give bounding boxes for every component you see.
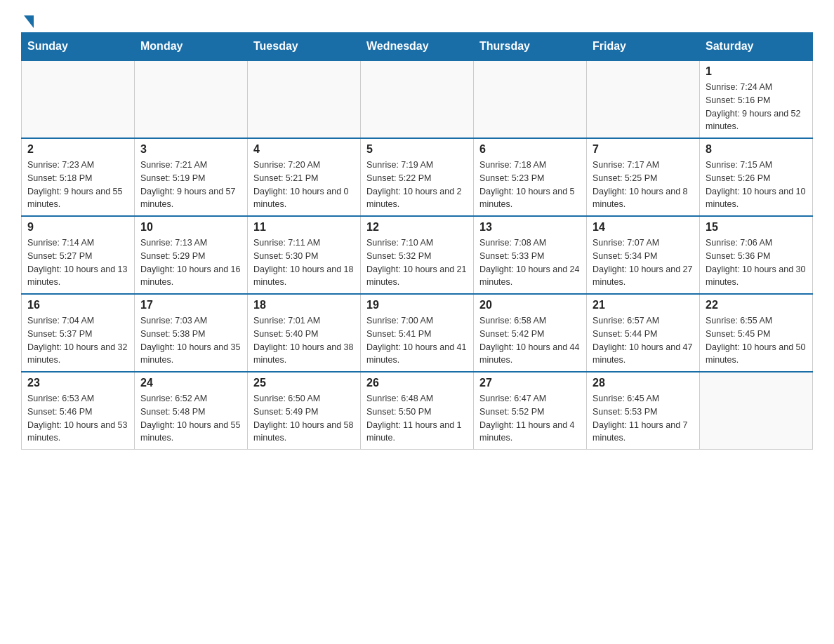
day-info: Sunrise: 7:23 AMSunset: 5:18 PMDaylight:… [27, 159, 128, 211]
calendar-cell: 23Sunrise: 6:53 AMSunset: 5:46 PMDayligh… [22, 372, 135, 450]
day-info: Sunrise: 7:20 AMSunset: 5:21 PMDaylight:… [253, 159, 355, 211]
calendar-cell: 12Sunrise: 7:10 AMSunset: 5:32 PMDayligh… [361, 216, 474, 294]
day-number: 9 [27, 221, 128, 234]
day-number: 17 [140, 299, 241, 311]
calendar-cell: 22Sunrise: 6:55 AMSunset: 5:45 PMDayligh… [700, 294, 813, 372]
day-info: Sunrise: 7:10 AMSunset: 5:32 PMDaylight:… [366, 236, 468, 289]
calendar-cell: 4Sunrise: 7:20 AMSunset: 5:21 PMDaylight… [248, 138, 361, 216]
calendar-header-saturday: Saturday [700, 33, 813, 61]
calendar-cell: 2Sunrise: 7:23 AMSunset: 5:18 PMDaylight… [22, 138, 135, 216]
calendar-cell: 20Sunrise: 6:58 AMSunset: 5:42 PMDayligh… [474, 294, 587, 372]
day-number: 26 [366, 377, 468, 389]
calendar-cell: 25Sunrise: 6:50 AMSunset: 5:49 PMDayligh… [248, 372, 361, 450]
day-info: Sunrise: 6:50 AMSunset: 5:49 PMDaylight:… [253, 392, 355, 445]
day-info: Sunrise: 7:13 AMSunset: 5:29 PMDaylight:… [140, 236, 241, 289]
day-number: 7 [593, 143, 694, 156]
page-header [21, 14, 813, 25]
day-info: Sunrise: 6:48 AMSunset: 5:50 PMDaylight:… [366, 392, 468, 445]
calendar-cell: 15Sunrise: 7:06 AMSunset: 5:36 PMDayligh… [700, 216, 813, 294]
day-number: 18 [253, 299, 355, 311]
day-number: 28 [593, 377, 694, 389]
day-info: Sunrise: 6:53 AMSunset: 5:46 PMDaylight:… [27, 392, 128, 445]
day-info: Sunrise: 7:00 AMSunset: 5:41 PMDaylight:… [366, 314, 468, 367]
calendar-header-thursday: Thursday [474, 33, 587, 61]
calendar-cell: 27Sunrise: 6:47 AMSunset: 5:52 PMDayligh… [474, 372, 587, 450]
calendar-table: SundayMondayTuesdayWednesdayThursdayFrid… [21, 32, 813, 450]
day-info: Sunrise: 7:19 AMSunset: 5:22 PMDaylight:… [366, 159, 468, 211]
calendar-cell: 6Sunrise: 7:18 AMSunset: 5:23 PMDaylight… [474, 138, 587, 216]
day-info: Sunrise: 7:06 AMSunset: 5:36 PMDaylight:… [706, 236, 807, 289]
calendar-cell: 3Sunrise: 7:21 AMSunset: 5:19 PMDaylight… [135, 138, 248, 216]
calendar-cell: 10Sunrise: 7:13 AMSunset: 5:29 PMDayligh… [135, 216, 248, 294]
day-number: 10 [140, 221, 241, 234]
day-info: Sunrise: 7:24 AMSunset: 5:16 PMDaylight:… [706, 81, 807, 133]
calendar-week-row: 9Sunrise: 7:14 AMSunset: 5:27 PMDaylight… [22, 216, 813, 294]
calendar-header-monday: Monday [135, 33, 248, 61]
day-number: 12 [366, 221, 468, 234]
logo [21, 14, 34, 25]
day-info: Sunrise: 7:14 AMSunset: 5:27 PMDaylight:… [27, 236, 128, 289]
day-info: Sunrise: 7:01 AMSunset: 5:40 PMDaylight:… [253, 314, 355, 367]
day-number: 21 [593, 299, 694, 311]
calendar-cell: 28Sunrise: 6:45 AMSunset: 5:53 PMDayligh… [587, 372, 700, 450]
day-info: Sunrise: 6:47 AMSunset: 5:52 PMDaylight:… [479, 392, 581, 445]
day-number: 11 [253, 221, 355, 234]
day-info: Sunrise: 6:52 AMSunset: 5:48 PMDaylight:… [140, 392, 241, 445]
calendar-week-row: 1Sunrise: 7:24 AMSunset: 5:16 PMDaylight… [22, 60, 813, 138]
day-number: 23 [27, 377, 128, 389]
day-number: 20 [479, 299, 581, 311]
calendar-cell [135, 60, 248, 138]
calendar-cell: 14Sunrise: 7:07 AMSunset: 5:34 PMDayligh… [587, 216, 700, 294]
calendar-cell [248, 60, 361, 138]
calendar-cell: 16Sunrise: 7:04 AMSunset: 5:37 PMDayligh… [22, 294, 135, 372]
day-info: Sunrise: 7:03 AMSunset: 5:38 PMDaylight:… [140, 314, 241, 367]
day-number: 24 [140, 377, 241, 389]
calendar-cell: 26Sunrise: 6:48 AMSunset: 5:50 PMDayligh… [361, 372, 474, 450]
day-number: 15 [706, 221, 807, 234]
day-info: Sunrise: 7:21 AMSunset: 5:19 PMDaylight:… [140, 159, 241, 211]
day-info: Sunrise: 7:11 AMSunset: 5:30 PMDaylight:… [253, 236, 355, 289]
day-number: 22 [706, 299, 807, 311]
day-number: 8 [706, 143, 807, 156]
calendar-cell: 1Sunrise: 7:24 AMSunset: 5:16 PMDaylight… [700, 60, 813, 138]
calendar-cell [474, 60, 587, 138]
calendar-cell: 24Sunrise: 6:52 AMSunset: 5:48 PMDayligh… [135, 372, 248, 450]
day-number: 4 [253, 143, 355, 156]
logo-triangle-icon [24, 15, 34, 28]
calendar-cell [361, 60, 474, 138]
day-number: 3 [140, 143, 241, 156]
day-info: Sunrise: 7:07 AMSunset: 5:34 PMDaylight:… [593, 236, 694, 289]
day-info: Sunrise: 6:45 AMSunset: 5:53 PMDaylight:… [593, 392, 694, 445]
day-number: 5 [366, 143, 468, 156]
day-number: 6 [479, 143, 581, 156]
calendar-header-sunday: Sunday [22, 33, 135, 61]
calendar-week-row: 2Sunrise: 7:23 AMSunset: 5:18 PMDaylight… [22, 138, 813, 216]
day-info: Sunrise: 7:08 AMSunset: 5:33 PMDaylight:… [479, 236, 581, 289]
calendar-cell: 7Sunrise: 7:17 AMSunset: 5:25 PMDaylight… [587, 138, 700, 216]
day-info: Sunrise: 6:55 AMSunset: 5:45 PMDaylight:… [706, 314, 807, 367]
calendar-header-tuesday: Tuesday [248, 33, 361, 61]
calendar-week-row: 23Sunrise: 6:53 AMSunset: 5:46 PMDayligh… [22, 372, 813, 450]
calendar-cell [587, 60, 700, 138]
day-info: Sunrise: 7:18 AMSunset: 5:23 PMDaylight:… [479, 159, 581, 211]
day-info: Sunrise: 7:04 AMSunset: 5:37 PMDaylight:… [27, 314, 128, 367]
calendar-cell: 13Sunrise: 7:08 AMSunset: 5:33 PMDayligh… [474, 216, 587, 294]
calendar-cell: 11Sunrise: 7:11 AMSunset: 5:30 PMDayligh… [248, 216, 361, 294]
calendar-cell: 5Sunrise: 7:19 AMSunset: 5:22 PMDaylight… [361, 138, 474, 216]
day-info: Sunrise: 6:57 AMSunset: 5:44 PMDaylight:… [593, 314, 694, 367]
day-info: Sunrise: 7:17 AMSunset: 5:25 PMDaylight:… [593, 159, 694, 211]
calendar-cell: 17Sunrise: 7:03 AMSunset: 5:38 PMDayligh… [135, 294, 248, 372]
day-info: Sunrise: 6:58 AMSunset: 5:42 PMDaylight:… [479, 314, 581, 367]
day-number: 25 [253, 377, 355, 389]
day-number: 27 [479, 377, 581, 389]
calendar-header-row: SundayMondayTuesdayWednesdayThursdayFrid… [22, 33, 813, 61]
calendar-week-row: 16Sunrise: 7:04 AMSunset: 5:37 PMDayligh… [22, 294, 813, 372]
day-number: 19 [366, 299, 468, 311]
day-number: 1 [706, 65, 807, 78]
calendar-cell [22, 60, 135, 138]
calendar-header-friday: Friday [587, 33, 700, 61]
day-number: 13 [479, 221, 581, 234]
day-info: Sunrise: 7:15 AMSunset: 5:26 PMDaylight:… [706, 159, 807, 211]
day-number: 2 [27, 143, 128, 156]
calendar-cell: 19Sunrise: 7:00 AMSunset: 5:41 PMDayligh… [361, 294, 474, 372]
